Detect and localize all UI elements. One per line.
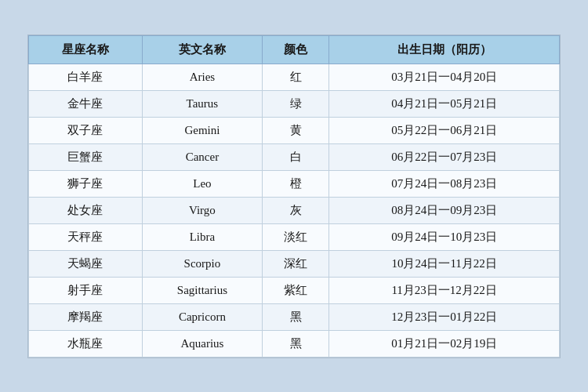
cell-english-name: Sagittarius xyxy=(142,277,262,303)
cell-color: 深红 xyxy=(262,250,328,277)
cell-chinese-name: 射手座 xyxy=(29,277,143,303)
cell-chinese-name: 白羊座 xyxy=(29,64,143,90)
table-header-row: 星座名称 英文名称 颜色 出生日期（阳历） xyxy=(29,35,560,64)
cell-color: 灰 xyxy=(262,197,328,223)
header-color: 颜色 xyxy=(262,35,328,64)
cell-dates: 06月22日一07月23日 xyxy=(329,143,560,170)
header-dates: 出生日期（阳历） xyxy=(329,35,560,64)
cell-dates: 07月24日一08月23日 xyxy=(329,170,560,197)
cell-dates: 12月23日一01月22日 xyxy=(329,303,560,330)
cell-chinese-name: 双子座 xyxy=(29,117,143,143)
table-row: 金牛座Taurus绿04月21日一05月21日 xyxy=(29,90,560,117)
cell-dates: 03月21日一04月20日 xyxy=(329,64,560,90)
header-english-name: 英文名称 xyxy=(142,35,262,64)
cell-english-name: Virgo xyxy=(142,197,262,223)
cell-chinese-name: 巨蟹座 xyxy=(29,143,143,170)
cell-chinese-name: 天蝎座 xyxy=(29,250,143,277)
table-row: 水瓶座Aquarius黑01月21日一02月19日 xyxy=(29,330,560,357)
cell-english-name: Scorpio xyxy=(142,250,262,277)
table-row: 处女座Virgo灰08月24日一09月23日 xyxy=(29,197,560,223)
cell-dates: 04月21日一05月21日 xyxy=(329,90,560,117)
cell-color: 绿 xyxy=(262,90,328,117)
table-row: 摩羯座Capricorn黑12月23日一01月22日 xyxy=(29,303,560,330)
cell-english-name: Libra xyxy=(142,223,262,250)
cell-english-name: Aquarius xyxy=(142,330,262,357)
cell-english-name: Capricorn xyxy=(142,303,262,330)
cell-color: 紫红 xyxy=(262,277,328,303)
cell-color: 黄 xyxy=(262,117,328,143)
cell-chinese-name: 水瓶座 xyxy=(29,330,143,357)
cell-chinese-name: 摩羯座 xyxy=(29,303,143,330)
cell-english-name: Cancer xyxy=(142,143,262,170)
cell-english-name: Gemini xyxy=(142,117,262,143)
cell-dates: 10月24日一11月22日 xyxy=(329,250,560,277)
header-chinese-name: 星座名称 xyxy=(29,35,143,64)
table-row: 巨蟹座Cancer白06月22日一07月23日 xyxy=(29,143,560,170)
cell-dates: 05月22日一06月21日 xyxy=(329,117,560,143)
table-row: 白羊座Aries红03月21日一04月20日 xyxy=(29,64,560,90)
zodiac-table: 星座名称 英文名称 颜色 出生日期（阳历） 白羊座Aries红03月21日一04… xyxy=(28,35,560,358)
cell-english-name: Aries xyxy=(142,64,262,90)
cell-dates: 11月23日一12月22日 xyxy=(329,277,560,303)
cell-chinese-name: 处女座 xyxy=(29,197,143,223)
cell-chinese-name: 金牛座 xyxy=(29,90,143,117)
table-row: 天蝎座Scorpio深红10月24日一11月22日 xyxy=(29,250,560,277)
cell-english-name: Taurus xyxy=(142,90,262,117)
cell-color: 红 xyxy=(262,64,328,90)
cell-english-name: Leo xyxy=(142,170,262,197)
cell-color: 白 xyxy=(262,143,328,170)
cell-chinese-name: 狮子座 xyxy=(29,170,143,197)
cell-dates: 08月24日一09月23日 xyxy=(329,197,560,223)
cell-dates: 01月21日一02月19日 xyxy=(329,330,560,357)
cell-color: 淡红 xyxy=(262,223,328,250)
zodiac-table-container: 星座名称 英文名称 颜色 出生日期（阳历） 白羊座Aries红03月21日一04… xyxy=(27,34,561,358)
cell-chinese-name: 天秤座 xyxy=(29,223,143,250)
table-row: 射手座Sagittarius紫红11月23日一12月22日 xyxy=(29,277,560,303)
cell-dates: 09月24日一10月23日 xyxy=(329,223,560,250)
cell-color: 黑 xyxy=(262,303,328,330)
table-row: 天秤座Libra淡红09月24日一10月23日 xyxy=(29,223,560,250)
table-row: 双子座Gemini黄05月22日一06月21日 xyxy=(29,117,560,143)
cell-color: 黑 xyxy=(262,330,328,357)
table-body: 白羊座Aries红03月21日一04月20日金牛座Taurus绿04月21日一0… xyxy=(29,64,560,357)
cell-color: 橙 xyxy=(262,170,328,197)
table-row: 狮子座Leo橙07月24日一08月23日 xyxy=(29,170,560,197)
